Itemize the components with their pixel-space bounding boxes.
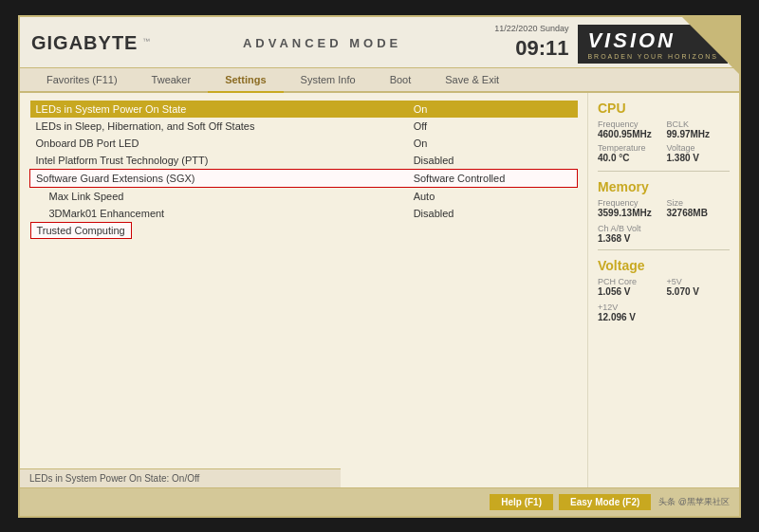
table-row[interactable]: Intel Platform Trust Technology (PTT) Di… [30,152,578,170]
plus12-block: +12V 12.096 V [598,303,730,322]
setting-name: Trusted Computing [30,222,132,239]
mem-chab-block: Ch A/B Volt 1.368 V [598,224,730,244]
pch-label: PCH Core [598,277,661,286]
mem-size-value: 32768MB [667,208,731,218]
setting-name: LEDs in Sleep, Hibernation, and Soft Off… [30,118,408,135]
watermark: 头条 @黑苹果社区 [658,496,730,508]
right-panel: CPU Frequency 4600.95MHz BCLK 99.97MHz T… [587,93,739,497]
table-row[interactable]: LEDs in System Power On State On [30,101,578,118]
left-panel: LEDs in System Power On State On LEDs in… [20,93,587,497]
cpu-bclk-label: BCLK [667,119,731,129]
mem-freq-label: Frequency [598,198,661,208]
setting-name: Onboard DB Port LED [30,135,408,152]
setting-name: LEDs in System Power On State [30,101,408,118]
cpu-section-title: CPU [598,101,730,116]
setting-value: Disabled [408,205,578,222]
table-row[interactable]: Onboard DB Port LED On [30,135,578,152]
table-row[interactable]: Max Link Speed Auto [30,187,578,205]
cpu-stats: Frequency 4600.95MHz BCLK 99.97MHz Tempe… [598,119,730,165]
bottom-bar: Help (F1) Easy Mode (F2) 头条 @黑苹果社区 [20,487,739,516]
status-text: LEDs in System Power On State: On/Off [29,473,199,484]
tab-settings[interactable]: Settings [208,68,283,93]
cpu-temp-value: 40.0 °C [598,153,661,163]
cpu-volt-label: Voltage [667,143,731,153]
cpu-freq-block: Frequency 4600.95MHz [598,119,661,139]
cpu-temp-label: Temperature [598,143,661,153]
tab-system-info[interactable]: System Info [284,68,373,93]
mode-title: ADVANCED MODE [150,36,494,50]
setting-value: Off [408,118,578,135]
help-button[interactable]: Help (F1) [490,494,553,510]
cpu-bclk-block: BCLK 99.97MHz [667,119,731,139]
table-row-trusted[interactable]: Trusted Computing [30,222,578,239]
nav-tabs: Favorites (F11) Tweaker Settings System … [20,68,739,93]
mem-size-block: Size 32768MB [667,198,731,218]
cpu-freq-label: Frequency [598,119,661,129]
setting-value: On [408,135,578,152]
plus5-label: +5V [667,277,731,286]
plus12-label: +12V [598,303,730,312]
datetime: 11/22/2020 Sunday 09:11 [494,24,568,62]
plus12-value: 12.096 V [598,312,730,322]
setting-name: Software Guard Extensions (SGX) [30,169,408,187]
pch-block: PCH Core 1.056 V [598,277,661,297]
easy-mode-button[interactable]: Easy Mode (F2) [559,494,651,510]
table-row[interactable]: 3DMark01 Enhancement Disabled [30,205,578,222]
plus5-block: +5V 5.070 V [667,277,731,297]
pch-value: 1.056 V [598,286,661,297]
voltage-stats: PCH Core 1.056 V +5V 5.070 V [598,277,730,299]
time-display: 09:11 [494,35,568,63]
setting-value: Auto [408,187,578,205]
tab-favorites[interactable]: Favorites (F11) [29,68,135,93]
mem-size-label: Size [667,198,731,208]
tab-boot[interactable]: Boot [373,68,429,93]
setting-name: 3DMark01 Enhancement [30,205,408,222]
tab-tweaker[interactable]: Tweaker [135,68,209,93]
setting-value [408,222,578,239]
memory-section-title: Memory [598,179,730,194]
setting-value: Software Controlled [408,169,578,187]
cpu-bclk-value: 99.97MHz [667,129,731,139]
setting-value: Disabled [408,152,578,170]
status-bar: LEDs in System Power On State: On/Off [20,468,341,487]
mem-freq-value: 3599.13MHz [598,208,661,218]
plus5-value: 5.070 V [667,286,731,297]
main-content: LEDs in System Power On State On LEDs in… [20,93,739,497]
vision-logo: VISION BROADEN YOUR HORIZONS [578,23,728,64]
table-row[interactable]: LEDs in Sleep, Hibernation, and Soft Off… [30,118,578,135]
header: GIGABYTE ™ ADVANCED MODE 11/22/2020 Sund… [20,17,739,68]
settings-table: LEDs in System Power On State On LEDs in… [29,101,578,239]
cpu-temp-block: Temperature 40.0 °C [598,143,661,163]
logo: GIGABYTE ™ [31,32,150,54]
header-right: 11/22/2020 Sunday 09:11 [494,24,568,62]
header-center: ADVANCED MODE [150,36,494,50]
memory-stats: Frequency 3599.13MHz Size 32768MB [598,198,730,220]
tab-save-exit[interactable]: Save & Exit [428,68,516,93]
mem-chab-label: Ch A/B Volt [598,224,730,233]
cpu-volt-block: Voltage 1.380 V [667,143,731,163]
voltage-section-title: Voltage [598,258,730,273]
mem-chab-value: 1.368 V [598,233,730,244]
cpu-freq-value: 4600.95MHz [598,129,661,139]
cpu-volt-value: 1.380 V [667,153,731,163]
setting-value: On [408,101,578,118]
setting-name: Max Link Speed [30,187,408,205]
table-row-sgx[interactable]: Software Guard Extensions (SGX) Software… [30,169,578,187]
setting-name: Intel Platform Trust Technology (PTT) [30,152,408,170]
mem-freq-block: Frequency 3599.13MHz [598,198,661,218]
